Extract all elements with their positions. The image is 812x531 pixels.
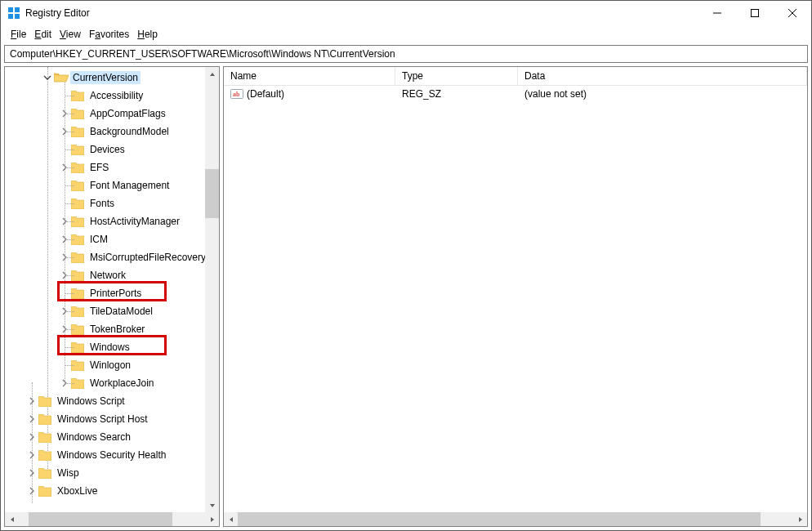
tree-item-label: HostActivityManager xyxy=(87,215,182,228)
tree-pane: CurrentVersion AccessibilityAppCompatFla… xyxy=(4,66,220,527)
column-header-type[interactable]: Type xyxy=(395,67,518,85)
tree-item-label: TileDataModel xyxy=(87,305,155,318)
chevron-right-icon[interactable] xyxy=(25,433,38,441)
tree-item-icm[interactable]: ICM xyxy=(5,230,219,248)
scroll-down-icon[interactable] xyxy=(205,498,219,512)
maximize-button[interactable] xyxy=(736,1,774,25)
tree-item-label: ICM xyxy=(87,233,110,246)
tree-item-label: Fonts xyxy=(87,197,117,210)
app-icon xyxy=(7,7,20,20)
scrollbar-track[interactable] xyxy=(205,81,219,498)
tree-item-label: Font Management xyxy=(87,179,172,192)
tree-item-wisp[interactable]: Wisp xyxy=(5,464,219,482)
svg-rect-0 xyxy=(8,7,13,12)
chevron-down-icon[interactable] xyxy=(41,74,54,82)
menu-edit[interactable]: Edit xyxy=(31,27,55,42)
tree-view[interactable]: CurrentVersion AccessibilityAppCompatFla… xyxy=(5,67,219,512)
tree-item-label: Devices xyxy=(87,143,127,156)
tree-item-label: Accessibility xyxy=(87,89,145,102)
tree-item-label: MsiCorruptedFileRecovery xyxy=(87,251,208,264)
window-title: Registry Editor xyxy=(25,7,698,19)
tree-item-label: Windows xyxy=(87,341,132,354)
column-header-data[interactable]: Data xyxy=(518,67,807,85)
chevron-right-icon[interactable] xyxy=(25,397,38,405)
tree-item-efs[interactable]: EFS xyxy=(5,158,219,176)
chevron-right-icon[interactable] xyxy=(25,415,38,423)
menubar: File Edit View Favorites Help xyxy=(1,25,811,45)
chevron-right-icon[interactable] xyxy=(25,469,38,477)
tree-item-label: WorkplaceJoin xyxy=(87,377,156,390)
tree-item-windows-script[interactable]: Windows Script xyxy=(5,392,219,410)
tree-item-fonts[interactable]: Fonts xyxy=(5,194,219,212)
svg-text:ab: ab xyxy=(233,91,240,98)
scroll-right-icon[interactable] xyxy=(205,512,219,526)
scrollbar-track[interactable] xyxy=(19,512,205,526)
menu-help[interactable]: Help xyxy=(134,27,161,42)
tree-item-label: XboxLive xyxy=(55,484,100,498)
scroll-left-icon[interactable] xyxy=(5,512,19,526)
tree-item-devices[interactable]: Devices xyxy=(5,141,219,158)
list-header: Name Type Data xyxy=(224,67,807,86)
chevron-right-icon[interactable] xyxy=(25,487,38,495)
list-row[interactable]: ab (Default) REG_SZ (value not set) xyxy=(224,86,807,102)
tree-item-label: AppCompatFlags xyxy=(87,107,168,120)
tree-horizontal-scrollbar[interactable] xyxy=(5,512,219,526)
list-horizontal-scrollbar[interactable] xyxy=(224,512,807,526)
scrollbar-thumb[interactable] xyxy=(238,512,761,526)
tree-item-xboxlive[interactable]: XboxLive xyxy=(5,482,219,500)
tree-item-windows-search[interactable]: Windows Search xyxy=(5,428,219,446)
tree-item-hostactivitymanager[interactable]: HostActivityManager xyxy=(5,212,219,230)
tree-vertical-scrollbar[interactable] xyxy=(205,67,219,512)
column-header-name[interactable]: Name xyxy=(224,67,395,85)
row-name: (Default) xyxy=(247,88,284,100)
tree-item-appcompatflags[interactable]: AppCompatFlags xyxy=(5,105,219,123)
list-view[interactable]: ab (Default) REG_SZ (value not set) xyxy=(224,86,807,512)
tree-item-label: Network xyxy=(87,269,128,282)
address-bar[interactable]: Computer\HKEY_CURRENT_USER\SOFTWARE\Micr… xyxy=(4,45,808,63)
string-value-icon: ab xyxy=(230,87,243,100)
svg-rect-5 xyxy=(752,10,759,17)
tree-item-tiledatamodel[interactable]: TileDataModel xyxy=(5,302,219,320)
tree-item-font-management[interactable]: Font Management xyxy=(5,176,219,194)
row-type: REG_SZ xyxy=(402,88,441,100)
tree-item-label: Winlogon xyxy=(87,359,133,372)
tree-item-workplacejoin[interactable]: WorkplaceJoin xyxy=(5,374,219,392)
menu-file[interactable]: File xyxy=(7,27,29,42)
minimize-button[interactable] xyxy=(698,1,736,25)
tree-item-windows-security-health[interactable]: Windows Security Health xyxy=(5,446,219,464)
folder-open-icon xyxy=(54,72,69,83)
tree-item-winlogon[interactable]: Winlogon xyxy=(5,356,219,374)
tree-item-label: EFS xyxy=(87,161,111,174)
scrollbar-thumb[interactable] xyxy=(29,512,172,526)
window-controls xyxy=(698,1,811,25)
scroll-right-icon[interactable] xyxy=(793,512,807,526)
address-path: Computer\HKEY_CURRENT_USER\SOFTWARE\Micr… xyxy=(10,48,395,60)
tree-item-label: Windows Security Health xyxy=(55,448,168,462)
tree-item-currentversion[interactable]: CurrentVersion xyxy=(5,69,219,87)
scrollbar-track[interactable] xyxy=(238,512,793,526)
tree-item-tokenbroker[interactable]: TokenBroker xyxy=(5,320,219,338)
tree-item-label: Windows Script xyxy=(55,395,127,408)
main-content: CurrentVersion AccessibilityAppCompatFla… xyxy=(1,66,811,530)
tree-item-windows-script-host[interactable]: Windows Script Host xyxy=(5,410,219,428)
menu-view[interactable]: View xyxy=(56,27,84,42)
tree-item-label: Windows Script Host xyxy=(55,413,150,426)
chevron-right-icon[interactable] xyxy=(25,451,38,459)
tree-item-label: TokenBroker xyxy=(87,323,147,336)
tree-item-label: Wisp xyxy=(55,466,82,480)
scrollbar-thumb[interactable] xyxy=(205,169,219,218)
tree-item-printerports[interactable]: PrinterPorts xyxy=(5,284,219,302)
folder-icon xyxy=(38,432,51,443)
tree-item-accessibility[interactable]: Accessibility xyxy=(5,87,219,105)
tree-item-backgroundmodel[interactable]: BackgroundModel xyxy=(5,123,219,141)
tree-item-network[interactable]: Network xyxy=(5,266,219,284)
tree-item-windows[interactable]: Windows xyxy=(5,338,219,356)
scroll-up-icon[interactable] xyxy=(205,67,219,81)
close-button[interactable] xyxy=(774,1,811,25)
folder-icon xyxy=(38,396,51,407)
tree-item-msicorruptedfilerecovery[interactable]: MsiCorruptedFileRecovery xyxy=(5,248,219,266)
scroll-left-icon[interactable] xyxy=(224,512,238,526)
menu-favorites[interactable]: Favorites xyxy=(86,27,132,42)
tree-item-label: Windows Search xyxy=(55,431,133,444)
tree-item-label: BackgroundModel xyxy=(87,125,172,138)
